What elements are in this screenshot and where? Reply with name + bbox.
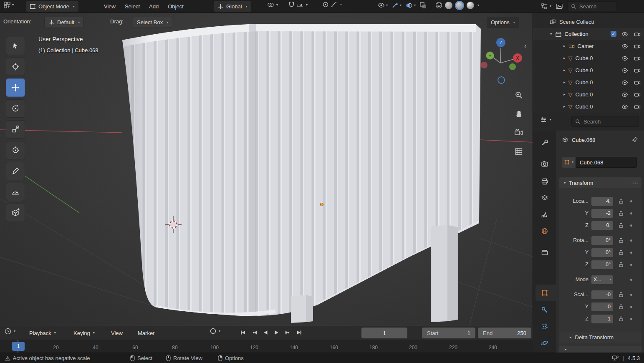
render-camera-icon[interactable]	[634, 55, 641, 62]
jump-to-end-button[interactable]	[293, 328, 305, 338]
rotation-y-field[interactable]: 0°	[591, 248, 613, 257]
play-button[interactable]	[271, 328, 282, 338]
tab-collection[interactable]	[537, 247, 552, 258]
gizmo-x-neg[interactable]	[481, 62, 487, 68]
render-camera-icon[interactable]	[634, 67, 641, 74]
scene-canvas[interactable]	[0, 13, 533, 326]
rotation-mode-select[interactable]: X... ▾	[591, 275, 613, 284]
jump-to-start-button[interactable]	[237, 328, 248, 338]
gizmos-toggle[interactable]: ▾	[391, 2, 402, 9]
expand-icon[interactable]: ▸	[563, 44, 566, 48]
marker-menu[interactable]: Marker	[138, 328, 154, 338]
tool-measure[interactable]	[6, 183, 25, 201]
keying-menu[interactable]: Keying▾	[73, 328, 95, 338]
frame-start-field[interactable]: Start 1	[422, 328, 475, 338]
outliner-row-camera[interactable]: ▸ Camer	[533, 40, 644, 52]
orientation-default-select[interactable]: Default ▾	[44, 17, 84, 28]
outliner-filter-icon[interactable]	[556, 3, 563, 10]
collection-visibility-eye-icon[interactable]	[621, 31, 628, 38]
tool-annotate[interactable]	[6, 162, 25, 180]
lock-icon[interactable]	[618, 237, 624, 243]
animate-dot[interactable]	[630, 252, 632, 254]
tool-select-box[interactable]	[6, 37, 25, 55]
snap-controls[interactable]: ▾	[288, 1, 308, 8]
visibility-eye-icon[interactable]	[621, 55, 628, 62]
lock-icon[interactable]	[618, 210, 624, 216]
menu-add[interactable]: Add	[144, 0, 163, 13]
gizmo-y-neg[interactable]	[509, 63, 516, 70]
play-reverse-button[interactable]	[260, 328, 271, 338]
auto-keying-toggle[interactable]: ▾	[210, 328, 220, 335]
collection-render-camera-icon[interactable]	[634, 31, 641, 38]
perspective-toggle-icon[interactable]	[513, 146, 525, 157]
timeline-editor-type[interactable]: ▾	[4, 328, 15, 335]
tool-cursor[interactable]	[6, 58, 25, 76]
current-frame-field[interactable]: 1	[361, 328, 407, 338]
view-menu[interactable]: View	[111, 328, 123, 338]
tab-output[interactable]	[537, 176, 552, 187]
prev-keyframe-button[interactable]	[248, 328, 260, 338]
render-camera-icon[interactable]	[634, 79, 641, 86]
menu-select[interactable]: Select	[120, 0, 144, 13]
location-x-field[interactable]: 4.	[591, 197, 613, 206]
tab-modifiers[interactable]	[537, 304, 552, 316]
tool-transform[interactable]	[6, 141, 25, 159]
tab-particles[interactable]	[537, 320, 552, 332]
properties-editor-type[interactable]: ▾	[540, 116, 551, 124]
animate-dot[interactable]	[630, 279, 632, 281]
tool-move[interactable]	[6, 78, 25, 97]
tool-scale[interactable]	[6, 120, 25, 139]
timeline-ruler[interactable]: 20 40 60 80 100 120 140 160 180 200 220 …	[0, 340, 533, 353]
rotation-x-field[interactable]: 0°	[591, 236, 613, 245]
scale-y-field[interactable]: -0	[591, 302, 613, 311]
location-y-field[interactable]: -2	[591, 209, 613, 218]
menu-object[interactable]: Object	[163, 0, 188, 13]
camera-view-icon[interactable]	[513, 127, 525, 139]
lock-icon[interactable]	[618, 262, 624, 267]
shading-material-preview-icon[interactable]	[456, 2, 463, 9]
pin-icon[interactable]	[632, 136, 638, 143]
pan-hand-icon[interactable]	[513, 108, 525, 120]
navigation-gizmo[interactable]: Z X Y	[478, 35, 524, 85]
outliner-row-mesh[interactable]: ▸ ▽ Cube.0	[533, 76, 644, 88]
visibility-eye-icon[interactable]	[621, 91, 628, 98]
properties-search-input[interactable]: Search	[571, 116, 639, 127]
playhead-badge[interactable]: 1	[12, 342, 25, 351]
mode-select[interactable]: Object Mode ▾	[26, 1, 78, 12]
tab-object[interactable]	[537, 287, 552, 299]
lock-icon[interactable]	[618, 304, 624, 310]
collapsed-panel-sliver[interactable]: ▸	[559, 346, 641, 353]
network-icon[interactable]	[612, 355, 619, 361]
outliner-search-input[interactable]: Search	[567, 1, 616, 11]
outliner-display-mode[interactable]: ▾	[541, 3, 551, 10]
shading-wireframe-icon[interactable]	[435, 1, 443, 9]
options-dropdown[interactable]: Options ▾	[487, 17, 519, 28]
scale-z-field[interactable]: -1	[591, 315, 613, 323]
outliner-row-collection[interactable]: ▾ Collection ✓	[533, 28, 644, 40]
visibility-eye-icon[interactable]	[621, 43, 628, 50]
tab-view-layer[interactable]	[537, 192, 552, 204]
id-type-selector[interactable]: ▾	[562, 157, 576, 168]
rotation-z-field[interactable]: 0°	[591, 260, 613, 269]
visibility-eye-icon[interactable]	[621, 103, 628, 110]
tab-scene[interactable]	[537, 209, 552, 220]
visibility-toggle[interactable]: ▾	[378, 2, 388, 9]
pivot-point-button[interactable]: ▾	[267, 1, 278, 8]
lock-icon[interactable]	[618, 316, 624, 322]
tab-physics[interactable]	[537, 337, 552, 349]
zoom-icon[interactable]	[513, 89, 525, 101]
editor-type-button[interactable]: ▾	[3, 1, 14, 9]
visibility-eye-icon[interactable]	[621, 79, 628, 86]
collection-checkbox[interactable]: ✓	[611, 31, 616, 37]
outliner-row-scene[interactable]: Scene Collecti	[533, 16, 644, 28]
playback-menu[interactable]: Playback▾	[29, 328, 56, 338]
object-name-input[interactable]: Cube.068	[576, 157, 637, 168]
location-z-field[interactable]: 0.	[591, 221, 613, 230]
animate-dot[interactable]	[630, 318, 632, 320]
animate-dot[interactable]	[630, 224, 632, 227]
drag-select-box-select[interactable]: Select Box ▾	[133, 17, 172, 28]
outliner-row-mesh[interactable]: ▸ ▽ Cube.0	[533, 52, 644, 64]
scale-x-field[interactable]: -0	[591, 290, 613, 299]
outliner-row-mesh[interactable]: ▸ ▽ Cube.0	[533, 88, 644, 101]
visibility-eye-icon[interactable]	[621, 67, 628, 74]
